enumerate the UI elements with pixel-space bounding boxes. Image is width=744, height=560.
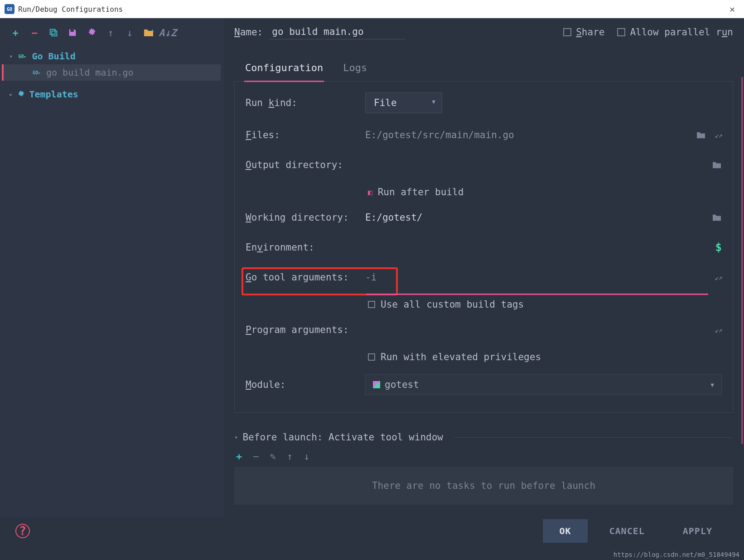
browse-folder-icon[interactable] bbox=[696, 131, 706, 139]
svg-text:+: + bbox=[151, 28, 154, 34]
files-label: Files: bbox=[246, 130, 360, 140]
cancel-button[interactable]: CANCEL bbox=[593, 519, 661, 543]
svg-rect-1 bbox=[50, 29, 55, 34]
working-dir-label: Working directory: bbox=[246, 212, 360, 223]
move-down-icon[interactable]: ↓ bbox=[304, 451, 309, 462]
expand-icon[interactable]: ↙↗ bbox=[715, 326, 722, 334]
svg-rect-0 bbox=[52, 31, 57, 36]
remove-task-icon[interactable]: − bbox=[253, 451, 259, 462]
module-value: gotest bbox=[385, 379, 419, 390]
chevron-down-icon: ▾ bbox=[234, 434, 238, 441]
configuration-editor: Name: Share Allow parallel run Configura… bbox=[224, 18, 744, 517]
go-run-icon: GO▸ bbox=[16, 53, 28, 60]
expand-icon[interactable]: ↙↗ bbox=[715, 131, 722, 140]
go-tool-args-label: Go tool arguments: bbox=[246, 272, 360, 283]
tree-templates[interactable]: ▸ Templates bbox=[4, 86, 221, 102]
name-label: Name: bbox=[234, 27, 263, 38]
add-task-icon[interactable]: + bbox=[236, 451, 242, 462]
sidebar-toolbar: + − ↑ ↓ + A↓Z bbox=[4, 24, 221, 46]
goland-icon: GO bbox=[5, 4, 14, 14]
program-args-label: Program arguments: bbox=[246, 324, 360, 335]
annotation-underline bbox=[366, 294, 708, 295]
run-kind-dropdown[interactable]: File bbox=[365, 92, 442, 113]
tree-group-go-build[interactable]: ▾ GO▸ Go Build bbox=[4, 48, 221, 64]
new-folder-icon[interactable]: + bbox=[143, 27, 154, 38]
chevron-right-icon: ▸ bbox=[9, 91, 13, 98]
svg-rect-2 bbox=[70, 29, 73, 32]
config-tabs: Configuration Logs bbox=[234, 58, 733, 82]
watermark: https://blog.csdn.net/m0_51849494 bbox=[614, 551, 739, 558]
tree-item-selected[interactable]: GO▸ go build main.go bbox=[2, 64, 221, 81]
sort-az-icon[interactable]: A↓Z bbox=[162, 27, 173, 38]
elevated-checkbox[interactable]: Run with elevated privileges bbox=[368, 352, 722, 362]
move-up-icon[interactable]: ↑ bbox=[287, 451, 293, 462]
add-icon[interactable]: + bbox=[10, 27, 21, 38]
copy-icon[interactable] bbox=[48, 27, 59, 38]
window-titlebar: GO Run/Debug Configurations ✕ bbox=[0, 0, 744, 18]
before-launch-header[interactable]: ▾ Before launch: Activate tool window bbox=[234, 432, 733, 443]
tree-item-label: go build main.go bbox=[46, 67, 134, 78]
configurations-sidebar: + − ↑ ↓ + A↓Z ▾ GO▸ Go Build bbox=[0, 18, 224, 517]
run-kind-label: Run kind: bbox=[246, 97, 360, 108]
elevated-label: Run with elevated privileges bbox=[381, 352, 541, 362]
tab-configuration[interactable]: Configuration bbox=[244, 58, 324, 82]
before-launch-empty: There are no tasks to run before launch bbox=[234, 467, 733, 505]
tree-templates-label: Templates bbox=[29, 89, 78, 100]
browse-folder-icon[interactable] bbox=[712, 161, 722, 169]
chevron-down-icon: ▾ bbox=[9, 53, 13, 60]
module-label: Module: bbox=[246, 379, 360, 390]
go-run-icon: GO▸ bbox=[31, 69, 43, 76]
module-icon bbox=[373, 381, 380, 388]
up-arrow-icon[interactable]: ↑ bbox=[105, 27, 116, 38]
tab-logs[interactable]: Logs bbox=[342, 58, 368, 81]
name-input[interactable] bbox=[269, 24, 405, 39]
apply-button[interactable]: APPLY bbox=[667, 519, 729, 543]
tree-group-label: Go Build bbox=[32, 51, 75, 62]
expand-icon[interactable]: ↙↗ bbox=[715, 273, 722, 282]
dialog-footer: ? OK CANCEL APPLY bbox=[0, 517, 744, 545]
settings-icon[interactable] bbox=[86, 27, 97, 38]
gear-icon bbox=[16, 90, 25, 99]
configurations-tree: ▾ GO▸ Go Build GO▸ go build main.go ▸ Te… bbox=[4, 48, 221, 102]
files-value[interactable]: E:/gotest/src/main/main.go bbox=[365, 130, 691, 140]
window-title: Run/Debug Configurations bbox=[18, 5, 123, 14]
env-vars-icon[interactable]: $ bbox=[715, 241, 722, 254]
go-tool-args-value[interactable]: -i bbox=[365, 272, 710, 283]
help-icon[interactable]: ? bbox=[15, 524, 30, 538]
down-arrow-icon[interactable]: ↓ bbox=[124, 27, 135, 38]
allow-parallel-checkbox[interactable]: Allow parallel run bbox=[617, 27, 733, 38]
edit-task-icon[interactable]: ✎ bbox=[270, 451, 276, 462]
share-checkbox[interactable]: Share bbox=[563, 27, 604, 38]
module-dropdown[interactable]: gotest bbox=[365, 374, 722, 395]
ok-button[interactable]: OK bbox=[543, 519, 587, 543]
use-custom-tags-label: Use all custom build tags bbox=[381, 299, 524, 310]
browse-folder-icon[interactable] bbox=[712, 213, 722, 222]
output-dir-label: Output directory: bbox=[246, 159, 360, 170]
save-icon[interactable] bbox=[67, 27, 78, 38]
run-after-build-checkbox[interactable]: ◧ Run after build bbox=[368, 187, 722, 198]
environment-label: Environment: bbox=[246, 242, 360, 253]
before-launch-toolbar: + − ✎ ↑ ↓ bbox=[234, 451, 733, 462]
run-icon: ◧ bbox=[368, 188, 372, 197]
close-icon[interactable]: ✕ bbox=[725, 2, 739, 16]
use-custom-tags-checkbox[interactable]: Use all custom build tags bbox=[368, 299, 722, 310]
remove-icon[interactable]: − bbox=[29, 27, 40, 38]
working-dir-value[interactable]: E:/gotest/ bbox=[365, 212, 706, 223]
scrollbar[interactable] bbox=[741, 77, 743, 444]
